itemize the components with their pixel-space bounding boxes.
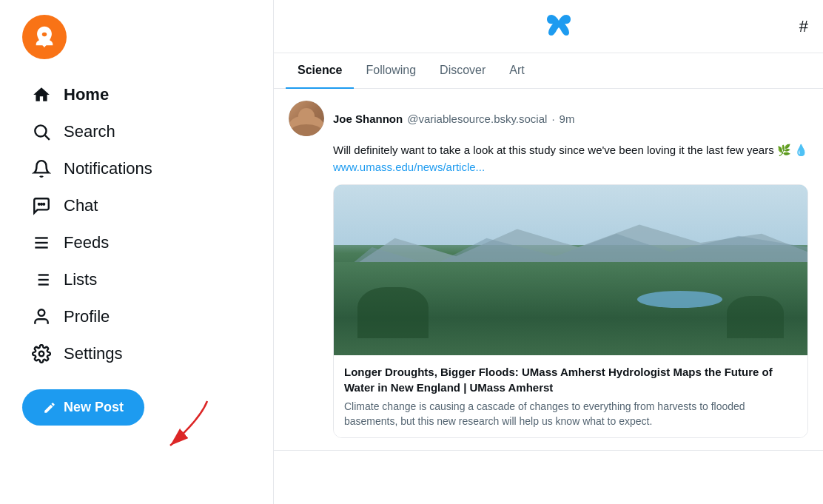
logo-container [22,15,251,59]
tab-following[interactable]: Following [354,53,428,89]
post-image-title: Longer Droughts, Bigger Floods: UMass Am… [344,364,797,395]
sidebar-item-search[interactable]: Search [22,114,251,149]
post-image-caption: Longer Droughts, Bigger Floods: UMass Am… [334,355,807,437]
home-icon [31,84,52,105]
notifications-icon [31,158,52,179]
tab-discover[interactable]: Discover [428,53,497,89]
post-text: Will definitely want to take a look at t… [333,142,808,175]
chat-icon [31,195,52,216]
arrow-annotation [141,397,229,460]
post-image-card[interactable]: Longer Droughts, Bigger Floods: UMass Am… [333,184,808,438]
edit-icon [43,401,56,414]
sidebar-item-label-settings: Settings [64,344,123,363]
post-image [334,185,807,355]
new-post-button[interactable]: New Post [22,389,144,426]
sidebar-item-label-profile: Profile [64,307,110,326]
post-time: · [551,112,554,125]
bluesky-logo [545,10,572,42]
svg-point-17 [39,352,44,357]
svg-point-4 [38,204,40,205]
hash-icon[interactable]: # [799,17,808,36]
sidebar: Home Search Notifications [0,0,274,504]
sidebar-item-home[interactable]: Home [22,77,251,112]
svg-point-16 [38,309,45,316]
feed: Joe Shannon @variablesource.bsky.social … [274,89,823,504]
post-author-name: Joe Shannon [333,112,403,125]
tab-science[interactable]: Science [286,53,354,89]
post-timestamp: 9m [560,112,575,125]
profile-icon [31,306,52,327]
svg-point-6 [43,204,44,205]
pin-icon [32,24,57,50]
svg-line-3 [45,135,50,140]
svg-point-5 [41,204,42,205]
sidebar-item-label-notifications: Notifications [64,159,152,178]
nav-list: Home Search Notifications [22,77,251,372]
sidebar-item-settings[interactable]: Settings [22,336,251,372]
sidebar-item-label-chat: Chat [64,196,98,215]
sidebar-item-chat[interactable]: Chat [22,188,251,224]
post-image-description: Climate change is causing a cascade of c… [344,400,797,429]
avatar [289,101,324,136]
sidebar-item-label-home: Home [64,85,109,104]
post-link[interactable]: www.umass.edu/news/article... [333,161,485,173]
search-icon [31,121,52,142]
sidebar-item-feeds[interactable]: Feeds [22,225,251,261]
tab-art[interactable]: Art [497,53,536,89]
top-bar: # [274,0,823,53]
sidebar-item-profile[interactable]: Profile [22,299,251,335]
post-author-line: Joe Shannon @variablesource.bsky.social … [333,112,574,125]
sidebar-item-label-lists: Lists [64,270,97,289]
sidebar-item-label-feeds: Feeds [64,233,109,252]
lists-icon [31,269,52,290]
svg-point-2 [35,125,46,136]
tabs-bar: Science Following Discover Art [274,53,823,89]
post-header: Joe Shannon @variablesource.bsky.social … [289,101,808,136]
feeds-icon [31,232,52,253]
settings-icon [31,343,52,364]
sidebar-item-lists[interactable]: Lists [22,262,251,298]
post-handle: @variablesource.bsky.social [407,112,547,125]
app-logo[interactable] [22,15,67,59]
sidebar-item-notifications[interactable]: Notifications [22,151,251,187]
post-item: Joe Shannon @variablesource.bsky.social … [274,89,823,451]
post-meta: Joe Shannon @variablesource.bsky.social … [333,101,574,136]
sidebar-item-label-search: Search [64,122,115,141]
main-content: # Science Following Discover Art [274,0,823,504]
new-post-label: New Post [64,400,124,415]
